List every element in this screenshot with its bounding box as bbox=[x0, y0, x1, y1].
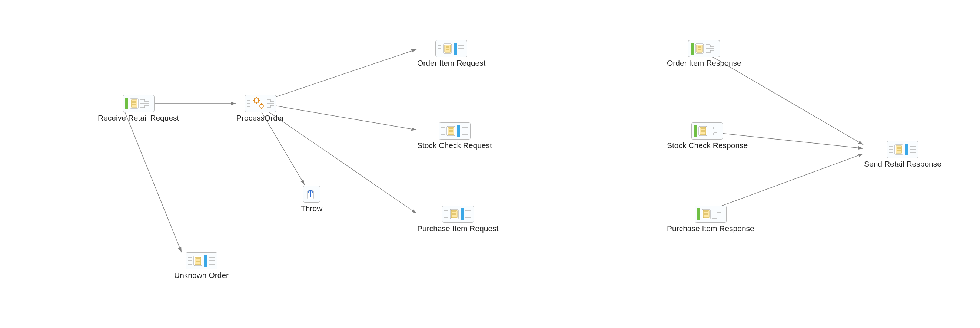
svg-rect-110 bbox=[700, 127, 706, 135]
svg-rect-3 bbox=[131, 100, 137, 107]
svg-rect-144 bbox=[905, 144, 908, 155]
node-label: Unknown Order bbox=[174, 271, 229, 280]
node-label: Order Item Request bbox=[417, 59, 485, 67]
node-label: Order Item Response bbox=[667, 59, 741, 67]
node-process-order[interactable]: ProcessOrder bbox=[236, 95, 285, 122]
node-purchase-item-response[interactable]: Purchase Item Response bbox=[667, 206, 754, 233]
svg-rect-1 bbox=[125, 98, 128, 109]
svg-rect-124 bbox=[703, 210, 709, 218]
svg-rect-72 bbox=[448, 127, 454, 135]
node-receive-retail-request[interactable]: Receive Retail Request bbox=[98, 95, 179, 122]
throw-icon bbox=[303, 186, 320, 203]
edge bbox=[125, 112, 181, 252]
svg-rect-85 bbox=[451, 210, 457, 218]
message-port-out-icon bbox=[439, 122, 471, 139]
message-port-in-icon bbox=[123, 95, 154, 112]
node-label: Receive Retail Request bbox=[98, 114, 179, 122]
node-label: Purchase Item Request bbox=[417, 224, 498, 233]
svg-point-27 bbox=[260, 104, 263, 108]
node-order-item-request[interactable]: Order Item Request bbox=[417, 40, 485, 67]
svg-rect-108 bbox=[694, 125, 697, 137]
edge bbox=[268, 50, 417, 99]
process-gears-icon bbox=[245, 95, 277, 112]
node-stock-check-request[interactable]: Stock Check Request bbox=[417, 122, 492, 150]
svg-rect-94 bbox=[690, 43, 694, 54]
node-label: Stock Check Request bbox=[417, 141, 492, 150]
connections-layer bbox=[0, 0, 980, 328]
svg-rect-122 bbox=[697, 208, 700, 220]
node-throw[interactable]: Throw bbox=[301, 186, 322, 213]
node-order-item-response[interactable]: Order Item Response bbox=[667, 40, 741, 67]
svg-rect-50 bbox=[204, 255, 207, 267]
node-label: Stock Check Response bbox=[667, 141, 748, 150]
edge bbox=[267, 110, 417, 213]
node-unknown-order[interactable]: Unknown Order bbox=[174, 252, 229, 280]
node-label: ProcessOrder bbox=[236, 114, 285, 122]
svg-rect-76 bbox=[457, 125, 460, 137]
node-send-retail-response[interactable]: Send Retail Response bbox=[864, 141, 942, 168]
svg-rect-59 bbox=[445, 45, 450, 52]
node-purchase-item-request[interactable]: Purchase Item Request bbox=[417, 206, 498, 233]
node-label: Throw bbox=[301, 204, 322, 213]
message-port-out-icon bbox=[887, 141, 918, 158]
node-label: Send Retail Response bbox=[864, 160, 942, 168]
message-port-in-icon bbox=[688, 40, 720, 57]
message-port-in-icon bbox=[695, 206, 727, 222]
message-port-in-icon bbox=[691, 122, 723, 139]
svg-rect-46 bbox=[195, 257, 201, 264]
message-port-out-icon bbox=[442, 206, 474, 222]
node-stock-check-response[interactable]: Stock Check Response bbox=[667, 122, 748, 150]
svg-rect-96 bbox=[697, 45, 703, 52]
svg-rect-140 bbox=[896, 146, 902, 153]
svg-rect-89 bbox=[461, 208, 463, 220]
message-port-out-icon bbox=[435, 40, 467, 57]
diagram-canvas: Receive Retail Request bbox=[0, 0, 980, 328]
node-label: Purchase Item Response bbox=[667, 224, 754, 233]
svg-rect-63 bbox=[454, 43, 457, 54]
edge bbox=[269, 105, 417, 130]
edge bbox=[700, 154, 863, 214]
edge bbox=[262, 112, 305, 185]
message-port-out-icon bbox=[186, 252, 218, 269]
